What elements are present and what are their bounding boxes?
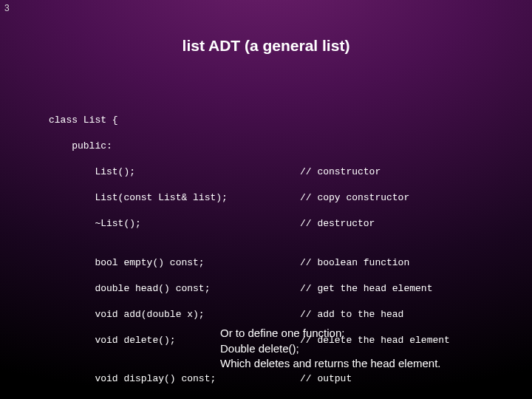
code-line: void display() const; xyxy=(49,372,300,386)
code-comment: // destructor xyxy=(300,217,532,231)
code-comment: // boolean function xyxy=(300,256,532,270)
footnote-line: Which deletes and returns the head eleme… xyxy=(220,356,441,371)
footnote-line: Double delete(); xyxy=(220,341,441,356)
code-line: public: xyxy=(49,140,300,153)
code-line: class List { xyxy=(49,114,300,127)
code-comment: // output xyxy=(300,372,532,386)
code-comment: // constructor xyxy=(300,166,532,179)
code-comment: // get the head element xyxy=(300,282,532,296)
code-line: double head() const; xyxy=(49,282,300,296)
slide-number: 3 xyxy=(4,3,10,13)
slide-title: list ADT (a general list) xyxy=(0,37,532,55)
code-line: bool empty() const; xyxy=(49,256,300,270)
code-comment: // add to the head xyxy=(300,308,532,321)
code-line: List(); xyxy=(49,166,300,179)
code-comment: // copy constructor xyxy=(300,191,532,205)
code-line: ~List(); xyxy=(49,217,300,231)
footnote-line: Or to define one function: xyxy=(220,326,441,341)
footnote: Or to define one function: Double delete… xyxy=(220,326,441,371)
code-line: void add(double x); xyxy=(49,308,300,321)
code-line: List(const List& list); xyxy=(49,191,300,205)
